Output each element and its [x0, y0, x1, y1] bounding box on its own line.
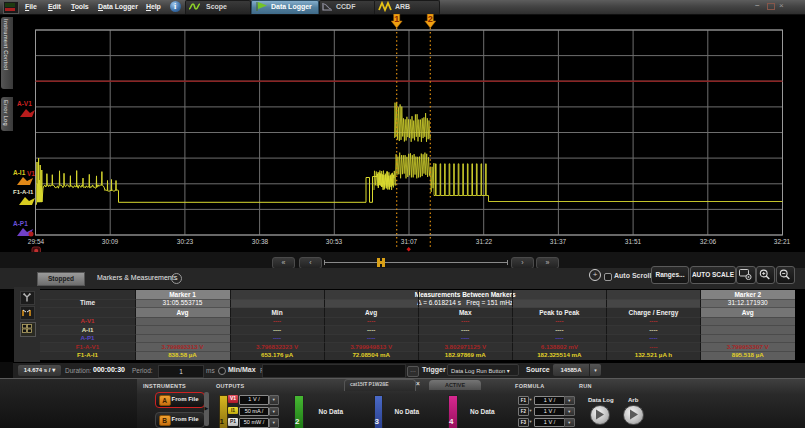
svg-text:2: 2 [428, 14, 433, 24]
svg-text:1: 1 [394, 14, 399, 24]
